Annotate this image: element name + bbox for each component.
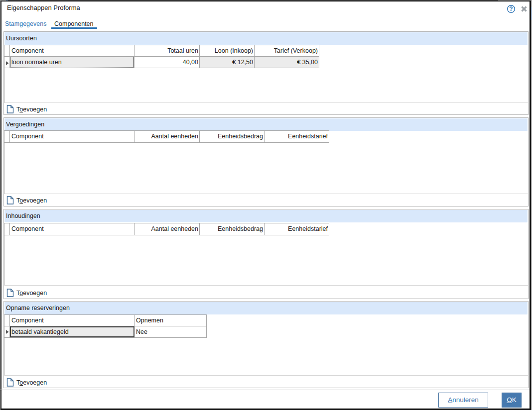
svg-text:?: ? xyxy=(509,5,513,12)
